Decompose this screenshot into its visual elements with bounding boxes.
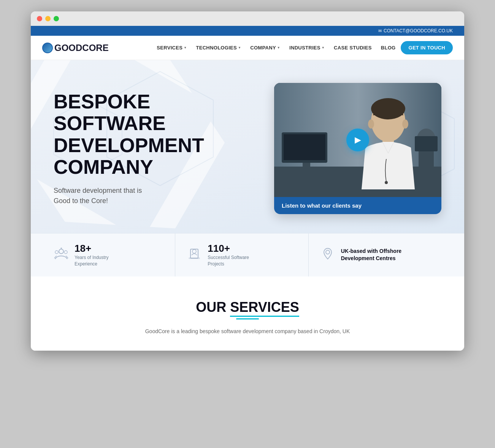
services-section: OUR SERVICES GoodCore is a leading bespo… xyxy=(31,276,464,351)
video-thumbnail[interactable]: ▶ xyxy=(274,83,441,197)
stats-bar: ★ 18+ Years of Industry Experience xyxy=(31,233,464,276)
svg-point-13 xyxy=(368,119,374,129)
svg-text:★: ★ xyxy=(60,247,62,249)
svg-rect-8 xyxy=(303,163,310,168)
website-content: ✉ CONTACT@GOODCORE.CO.UK GOODCORE SERVIC… xyxy=(31,26,464,351)
stat-locations-label: UK-based with Offshore Development Centr… xyxy=(341,248,401,262)
services-subtitle: GoodCore is a leading bespoke software d… xyxy=(114,327,381,335)
services-highlight: SERVICES xyxy=(230,299,299,317)
dropdown-arrow-technologies: ▼ xyxy=(238,46,241,49)
experience-icon: ★ xyxy=(54,246,69,264)
svg-rect-16 xyxy=(419,149,434,172)
logo-icon xyxy=(42,43,53,53)
nav-item-industries[interactable]: INDUSTRIES ▼ xyxy=(286,42,328,54)
nav-link-services[interactable]: SERVICES ▼ xyxy=(153,42,190,54)
dropdown-arrow-company: ▼ xyxy=(277,46,280,49)
svg-rect-5 xyxy=(274,167,441,197)
video-card[interactable]: ▶ Listen to what our clients say xyxy=(274,83,441,214)
location-icon xyxy=(320,246,335,264)
hero-section: BESPOKE SOFTWARE DEVELOPMENT COMPANY Sof… xyxy=(31,60,464,233)
nav-link-case-studies[interactable]: CASE STUDIES xyxy=(330,42,376,54)
svg-point-12 xyxy=(385,181,388,184)
stat-projects-label: Successful Software Projects xyxy=(208,254,249,267)
nav-cta-button[interactable]: GET IN TOUCH xyxy=(401,41,453,54)
nav-links: SERVICES ▼ TECHNOLOGIES ▼ COMPANY ▼ xyxy=(153,41,453,54)
nav-link-technologies[interactable]: TECHNOLOGIES ▼ xyxy=(192,42,245,54)
logo-text: GOODCORE xyxy=(54,43,109,53)
video-caption: Listen to what our clients say xyxy=(274,197,441,214)
svg-rect-24 xyxy=(189,257,200,259)
svg-point-19 xyxy=(55,251,58,254)
nav-link-company[interactable]: COMPANY ▼ xyxy=(246,42,284,54)
stat-experience-content: 18+ Years of Industry Experience xyxy=(75,243,109,267)
logo[interactable]: GOODCORE xyxy=(42,43,109,53)
dropdown-arrow-services: ▼ xyxy=(184,46,187,49)
hero-subtitle: Software development that is Good to the… xyxy=(54,186,259,206)
email-icon: ✉ xyxy=(378,29,382,33)
hero-title: BESPOKE SOFTWARE DEVELOPMENT COMPANY xyxy=(54,91,259,178)
stat-experience: ★ 18+ Years of Industry Experience xyxy=(54,234,175,276)
stat-projects: 110+ Successful Software Projects xyxy=(175,234,308,276)
nav-item-cta[interactable]: GET IN TOUCH xyxy=(401,41,453,54)
browser-chrome xyxy=(31,11,464,26)
nav-item-services[interactable]: SERVICES ▼ xyxy=(153,42,190,54)
svg-point-14 xyxy=(402,119,408,129)
nav-item-company[interactable]: COMPANY ▼ xyxy=(246,42,284,54)
hero-left: BESPOKE SOFTWARE DEVELOPMENT COMPANY Sof… xyxy=(54,91,259,206)
contact-email: CONTACT@GOODCORE.CO.UK xyxy=(384,28,453,33)
svg-point-20 xyxy=(64,251,67,254)
nav-link-industries[interactable]: INDUSTRIES ▼ xyxy=(286,42,328,54)
svg-rect-7 xyxy=(284,134,325,160)
stat-locations: UK-based with Offshore Development Centr… xyxy=(309,234,441,276)
play-button[interactable]: ▶ xyxy=(346,129,369,151)
stat-locations-content: UK-based with Offshore Development Centr… xyxy=(341,248,401,262)
stat-projects-content: 110+ Successful Software Projects xyxy=(208,243,249,267)
services-title: OUR SERVICES xyxy=(42,299,453,315)
svg-point-23 xyxy=(192,249,196,253)
traffic-light-maximize[interactable] xyxy=(54,16,59,21)
nav-item-technologies[interactable]: TECHNOLOGIES ▼ xyxy=(192,42,245,54)
nav-item-case-studies[interactable]: CASE STUDIES xyxy=(330,42,376,54)
stat-experience-label: Years of Industry Experience xyxy=(75,254,109,267)
top-bar: ✉ CONTACT@GOODCORE.CO.UK xyxy=(31,26,464,36)
traffic-light-close[interactable] xyxy=(37,16,42,21)
services-underline xyxy=(236,318,259,319)
nav-item-blog[interactable]: BLOG xyxy=(377,42,400,54)
nav-link-blog[interactable]: BLOG xyxy=(377,42,400,54)
projects-icon xyxy=(187,246,202,264)
main-nav: GOODCORE SERVICES ▼ TECHNOLOGIES ▼ xyxy=(31,36,464,60)
traffic-light-minimize[interactable] xyxy=(45,16,51,21)
svg-point-25 xyxy=(326,250,330,254)
stat-projects-number: 110+ xyxy=(208,243,249,254)
stat-experience-number: 18+ xyxy=(75,243,109,254)
svg-rect-17 xyxy=(415,136,438,151)
dropdown-arrow-industries: ▼ xyxy=(322,46,325,49)
svg-point-18 xyxy=(59,249,63,254)
browser-window: ✉ CONTACT@GOODCORE.CO.UK GOODCORE SERVIC… xyxy=(31,11,464,351)
